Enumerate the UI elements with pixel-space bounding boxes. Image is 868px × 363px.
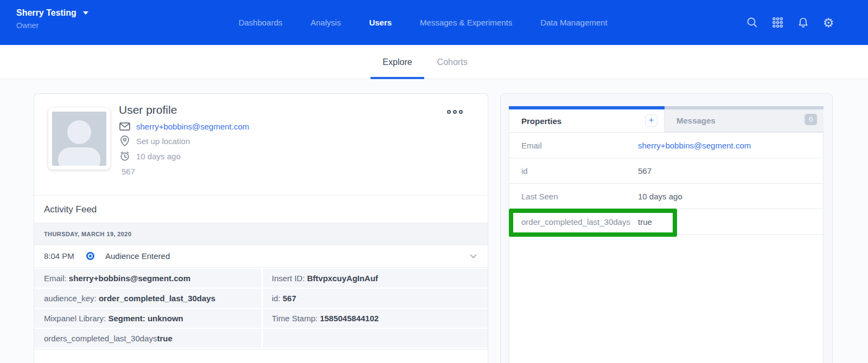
set-up-location-link[interactable]: Set up location — [136, 137, 190, 146]
profile-user-id: 567 — [122, 167, 249, 176]
table-cell: Email: sherry+bobbins@segment.com — [34, 269, 261, 288]
table-row: audience_key: order_completed_last_30day… — [34, 289, 488, 308]
property-row-order-completed: order_completed_last_30days true — [509, 209, 823, 235]
profile-section: User profile sherry+bobbins@segment.com … — [34, 94, 488, 196]
profile-info: User profile sherry+bobbins@segment.com … — [119, 103, 249, 176]
nav-item-data-management[interactable]: Data Management — [540, 18, 607, 27]
property-row-email: Email sherry+bobbins@segment.com — [509, 133, 823, 158]
property-value-email-link[interactable]: sherry+bobbins@segment.com — [638, 141, 751, 150]
table-cell: audience_key: order_completed_last_30day… — [34, 289, 261, 308]
table-cell: id: 567 — [263, 289, 488, 308]
workspace-switcher[interactable]: Sherry Testing Owner — [16, 8, 88, 30]
tab-messages-label: Messages — [676, 116, 716, 125]
app-header: Sherry Testing Owner Dashboards Analysis… — [0, 0, 868, 45]
page-title: User profile — [119, 103, 249, 116]
properties-card: Properties + Messages 0 Email sherry+bob… — [500, 93, 833, 363]
nav-item-dashboards[interactable]: Dashboards — [239, 18, 283, 27]
profile-email-link[interactable]: sherry+bobbins@segment.com — [136, 122, 249, 131]
tab-properties[interactable]: Properties + — [509, 106, 665, 132]
property-value: 567 — [638, 166, 652, 176]
nav-item-analysis[interactable]: Analysis — [311, 18, 341, 27]
profile-last-seen: 10 days ago — [136, 152, 181, 161]
table-row: Email: sherry+bobbins@segment.com Insert… — [34, 269, 488, 288]
tab-properties-label: Properties — [521, 116, 561, 126]
audience-entered-icon — [86, 252, 94, 260]
chevron-down-icon[interactable] — [470, 254, 477, 258]
add-property-button[interactable]: + — [645, 114, 658, 127]
property-row-last-seen: Last Seen 10 days ago — [509, 184, 823, 209]
property-label: order_completed_last_30days — [509, 217, 638, 226]
notifications-bell-icon[interactable] — [797, 17, 809, 29]
activity-date-header: THURSDAY, MARCH 19, 2020 — [34, 223, 488, 245]
property-value: 10 days ago — [638, 192, 682, 201]
table-row: Mixpanel Library: Segment: unknown Time … — [34, 309, 488, 328]
apps-grid-icon[interactable] — [771, 17, 783, 29]
workspace-name: Sherry Testing — [16, 8, 76, 18]
property-label: id — [509, 166, 638, 176]
event-properties-table: Email: sherry+bobbins@segment.com Insert… — [34, 268, 488, 349]
alarm-clock-icon — [119, 151, 131, 161]
activity-feed-title: Activity Feed — [34, 196, 488, 223]
activity-event-row[interactable]: 8:04 PM Audience Entered — [34, 245, 488, 268]
table-cell: Insert ID: BftvpxcuyAgInAuf — [263, 269, 488, 288]
properties-tabbar: Properties + Messages 0 — [509, 106, 824, 132]
nav-item-messages-experiments[interactable]: Messages & Experiments — [420, 18, 512, 27]
more-options-icon[interactable] — [447, 110, 463, 114]
user-profile-card: User profile sherry+bobbins@segment.com … — [34, 93, 488, 363]
tab-messages[interactable]: Messages 0 — [665, 106, 824, 132]
chevron-down-icon — [83, 11, 88, 15]
table-cell: Time Stamp: 1585045844102 — [263, 309, 488, 328]
event-name: Audience Entered — [105, 251, 170, 261]
tab-explore[interactable]: Explore — [382, 45, 412, 79]
settings-gear-icon[interactable]: ⚙ — [822, 17, 834, 29]
workspace-role: Owner — [16, 21, 88, 30]
page-tabstrip: Explore Cohorts — [0, 45, 868, 79]
avatar — [48, 108, 110, 170]
table-cell — [263, 329, 488, 348]
table-cell: orders_completed_last_30daystrue — [34, 329, 261, 348]
messages-count-badge: 0 — [805, 114, 817, 125]
table-row: orders_completed_last_30daystrue — [34, 329, 488, 348]
search-icon[interactable] — [746, 17, 758, 29]
header-icons: ⚙ — [746, 0, 834, 45]
nav-item-users[interactable]: Users — [369, 18, 392, 27]
property-label: Email — [509, 141, 638, 150]
location-pin-icon — [119, 135, 131, 146]
main-nav: Dashboards Analysis Users Messages & Exp… — [239, 0, 608, 45]
event-time: 8:04 PM — [44, 251, 76, 261]
property-label: Last Seen — [509, 192, 638, 201]
tab-cohorts[interactable]: Cohorts — [437, 45, 468, 79]
envelope-icon — [119, 122, 131, 131]
table-cell: Mixpanel Library: Segment: unknown — [34, 309, 261, 328]
properties-panel: Properties + Messages 0 Email sherry+bob… — [509, 106, 824, 363]
property-row-id: id 567 — [509, 158, 823, 184]
properties-list: Email sherry+bobbins@segment.com id 567 … — [509, 132, 824, 363]
property-value: true — [638, 217, 652, 226]
